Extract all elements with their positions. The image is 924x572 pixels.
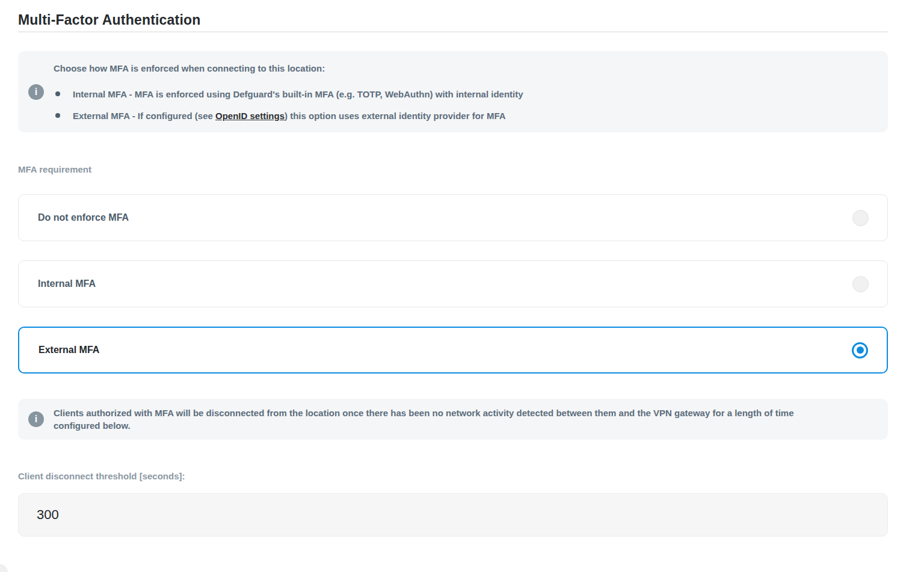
info-icon: i xyxy=(28,84,44,100)
disconnect-info-text: Clients authorized with MFA will be disc… xyxy=(54,407,842,432)
option-label-do-not-enforce: Do not enforce MFA xyxy=(38,212,129,223)
bullet-external-mfa-post: ) this option uses external identity pro… xyxy=(285,111,506,121)
corner-artifact xyxy=(0,564,8,572)
disconnect-threshold-label: Client disconnect threshold [seconds]: xyxy=(18,471,888,482)
mfa-choice-bullets: Internal MFA - MFA is enforced using Def… xyxy=(54,89,523,121)
disconnect-threshold-input[interactable] xyxy=(18,493,888,537)
bullet-external-mfa: External MFA - If configured (see OpenID… xyxy=(54,111,523,121)
openid-settings-link[interactable]: OpenID settings xyxy=(215,111,285,121)
radio-do-not-enforce[interactable] xyxy=(852,210,869,226)
mfa-option-do-not-enforce[interactable]: Do not enforce MFA xyxy=(18,194,888,241)
mfa-option-external[interactable]: External MFA xyxy=(18,327,888,374)
bullet-internal-mfa: Internal MFA - MFA is enforced using Def… xyxy=(54,89,523,99)
mfa-choice-info-box: i Choose how MFA is enforced when connec… xyxy=(18,51,888,132)
disconnect-info-content: Clients authorized with MFA will be disc… xyxy=(54,407,866,432)
radio-dot xyxy=(857,346,864,354)
mfa-choice-intro: Choose how MFA is enforced when connecti… xyxy=(54,63,523,74)
bullet-internal-mfa-text: Internal MFA - MFA is enforced using Def… xyxy=(73,89,523,99)
mfa-option-internal[interactable]: Internal MFA xyxy=(18,260,888,307)
bullet-external-mfa-pre: External MFA - If configured (see xyxy=(73,111,215,121)
mfa-settings-section: Multi-Factor Authentication i Choose how… xyxy=(18,0,888,537)
title-divider xyxy=(18,31,888,32)
mfa-requirement-label: MFA requirement xyxy=(18,164,888,175)
info-icon: i xyxy=(28,411,44,427)
option-label-internal: Internal MFA xyxy=(38,278,96,289)
radio-internal[interactable] xyxy=(852,276,869,292)
disconnect-info-box: i Clients authorized with MFA will be di… xyxy=(18,399,888,440)
radio-external[interactable] xyxy=(852,342,868,358)
option-label-external: External MFA xyxy=(38,345,99,355)
mfa-choice-info-content: Choose how MFA is enforced when connecti… xyxy=(54,63,547,121)
page-title: Multi-Factor Authentication xyxy=(18,13,888,28)
